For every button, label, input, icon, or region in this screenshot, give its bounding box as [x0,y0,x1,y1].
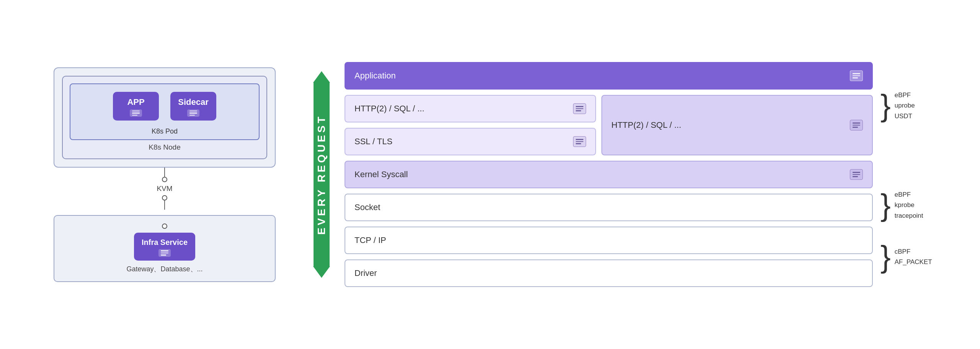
connector-circle-kvm2 [162,195,167,201]
application-layer: Application [345,62,873,90]
application-label: Application [354,71,396,81]
kernel-syscall-icon [850,169,863,180]
socket-label: Socket [354,202,380,212]
brace-cbpf-text: cBPF AF_PACKET [895,246,932,267]
brace-kprobe-text: eBPF kprobe tracepoint [895,189,923,221]
right-panel: Application HTTP(2) / SQL / ... [345,10,949,339]
kvm-label: KVM [157,184,172,193]
sidecar-icon [187,109,199,117]
infra-label: Infra Service [142,238,188,247]
brace-cbpf-symbol: } [880,241,891,272]
http-right-icon [850,120,863,130]
pod-label: K8s Pod [152,127,178,135]
connector-line-2 [164,201,165,210]
k8s-pod-box: APP Sidecar [70,83,260,140]
sidecar-box: Sidecar [170,92,216,121]
middle-arrow: EVERY REQUEST [299,10,345,339]
connector-circle-kvm [162,177,167,182]
app-box: APP [113,92,159,121]
ssl-left-icon [573,136,586,147]
brace-cbpf-group: } cBPF AF_PACKET [880,241,932,272]
kernel-syscall-layer: Kernel Syscall [345,161,873,188]
arrow-body: EVERY REQUEST [314,83,330,266]
gateway-section: Infra Service Gateway、Database、... [54,215,276,282]
brace-labels: } eBPF uprobe USDT } eBPF kprobe tracepo… [873,10,949,339]
http-left-label: HTTP(2) / SQL / ... [354,104,425,114]
application-icon [850,70,863,81]
tcp-ip-layer: TCP / IP [345,227,873,254]
tcp-ip-row: TCP / IP [345,227,873,254]
brace-cbpf-line1: cBPF [895,246,932,257]
http-left-icon [573,103,586,114]
kvm-outer-box: APP Sidecar [54,67,276,168]
brace-kprobe-line2: kprobe [895,200,923,210]
connector-circle-gateway [162,223,167,229]
http-right-label: HTTP(2) / SQL / ... [611,120,681,130]
brace-uprobe-line3: USDT [895,111,915,121]
layers-container: Application HTTP(2) / SQL / ... [345,10,873,339]
socket-layer: Socket [345,194,873,221]
arrow-text: EVERY REQUEST [315,114,328,235]
brace-kprobe-group: } eBPF kprobe tracepoint [880,189,923,221]
left-panel: APP Sidecar [31,10,299,339]
application-row: Application [345,62,873,90]
connector-line-1 [164,168,165,177]
gateway-label: Gateway、Database、... [126,264,203,274]
ssl-left-label: SSL / TLS [354,137,392,147]
brace-uprobe-symbol: } [880,90,891,121]
driver-layer: Driver [345,259,873,287]
app-label: APP [127,97,144,107]
brace-cbpf-line2: AF_PACKET [895,257,932,267]
brace-kprobe-line3: tracepoint [895,210,923,221]
node-label: K8s Node [149,143,180,152]
main-container: APP Sidecar [31,10,949,339]
brace-uprobe-line2: uprobe [895,100,915,111]
http-layer-left: HTTP(2) / SQL / ... [345,95,596,122]
ssl-layer-left: SSL / TLS [345,128,596,155]
tcp-ip-label: TCP / IP [354,235,386,245]
driver-label: Driver [354,268,377,278]
brace-uprobe-text: eBPF uprobe USDT [895,90,915,121]
pod-apps-row: APP Sidecar [113,92,216,121]
app-icon [130,109,142,117]
driver-row: Driver [345,259,873,287]
infra-icon [158,249,171,257]
brace-uprobe-line1: eBPF [895,90,915,100]
brace-kprobe-symbol: } [880,190,891,220]
brace-kprobe-line1: eBPF [895,189,923,200]
infra-box: Infra Service [134,233,195,261]
socket-row: Socket [345,194,873,221]
arrow-up-head [313,71,330,83]
k8s-node-box: APP Sidecar [62,76,267,160]
kernel-syscall-label: Kernel Syscall [354,170,408,179]
kernel-syscall-row: Kernel Syscall [345,161,873,188]
sidecar-label: Sidecar [178,97,209,107]
arrow-down-head [313,266,330,278]
brace-uprobe-group: } eBPF uprobe USDT [880,90,915,121]
arrow-shaft: EVERY REQUEST [313,71,330,278]
gateway-box: Infra Service Gateway、Database、... [54,215,276,282]
